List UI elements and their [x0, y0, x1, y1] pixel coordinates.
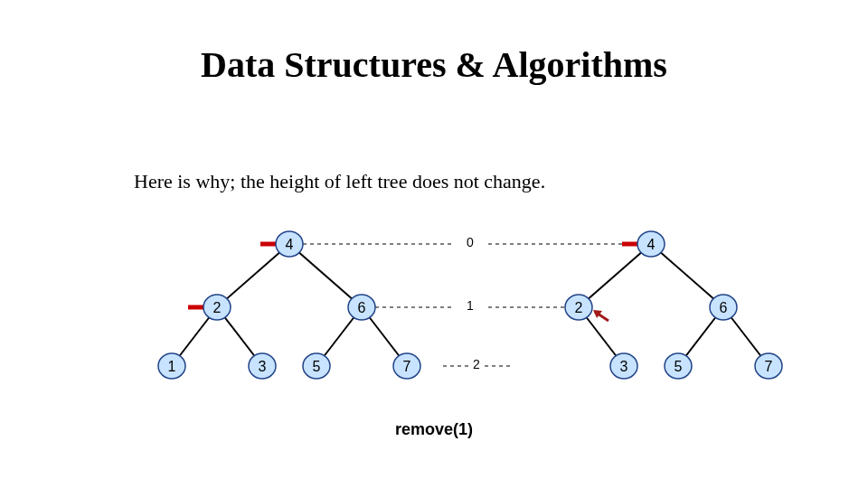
- node-5: 5: [303, 353, 330, 379]
- svg-text:7: 7: [765, 359, 773, 374]
- svg-line-7: [289, 244, 362, 307]
- subtitle: Here is why; the height of left tree doe…: [134, 170, 545, 193]
- svg-text:6: 6: [358, 300, 366, 315]
- tree-diagram: 0 1 2 4: [108, 217, 796, 398]
- page-title: Data Structures & Algorithms: [0, 43, 868, 86]
- svg-text:4: 4: [286, 237, 294, 252]
- node-4: 4: [276, 231, 303, 257]
- operation-caption: remove(1): [0, 420, 868, 439]
- node-3: 3: [249, 353, 276, 379]
- level-2-label: 2: [473, 357, 480, 371]
- svg-line-6: [217, 244, 289, 307]
- svg-text:2: 2: [575, 300, 583, 315]
- node-6: 6: [710, 295, 737, 320]
- svg-text:3: 3: [620, 359, 628, 374]
- arrow-icon: [593, 310, 609, 321]
- node-2: 2: [565, 295, 592, 320]
- level-0-label: 0: [467, 235, 474, 249]
- svg-text:5: 5: [675, 359, 683, 374]
- node-6: 6: [348, 295, 375, 320]
- node-7: 7: [755, 353, 782, 379]
- slide: Data Structures & Algorithms Here is why…: [0, 0, 868, 488]
- left-tree: 4 2 6 1 3 5 7: [158, 231, 420, 379]
- svg-text:6: 6: [720, 300, 728, 315]
- svg-text:5: 5: [313, 359, 321, 374]
- svg-text:2: 2: [213, 300, 222, 315]
- node-7: 7: [393, 353, 420, 379]
- node-3: 3: [610, 353, 637, 379]
- node-1: 1: [158, 353, 185, 379]
- svg-text:7: 7: [403, 359, 411, 374]
- node-5: 5: [665, 353, 692, 379]
- svg-text:1: 1: [168, 359, 176, 374]
- svg-text:3: 3: [259, 359, 267, 374]
- level-1-label: 1: [467, 298, 474, 313]
- svg-text:4: 4: [647, 237, 656, 252]
- svg-line-26: [579, 244, 651, 307]
- svg-line-27: [651, 244, 723, 307]
- right-tree: 4 2 6 3 5 7: [565, 231, 782, 379]
- node-4: 4: [637, 231, 665, 257]
- node-2: 2: [203, 295, 231, 320]
